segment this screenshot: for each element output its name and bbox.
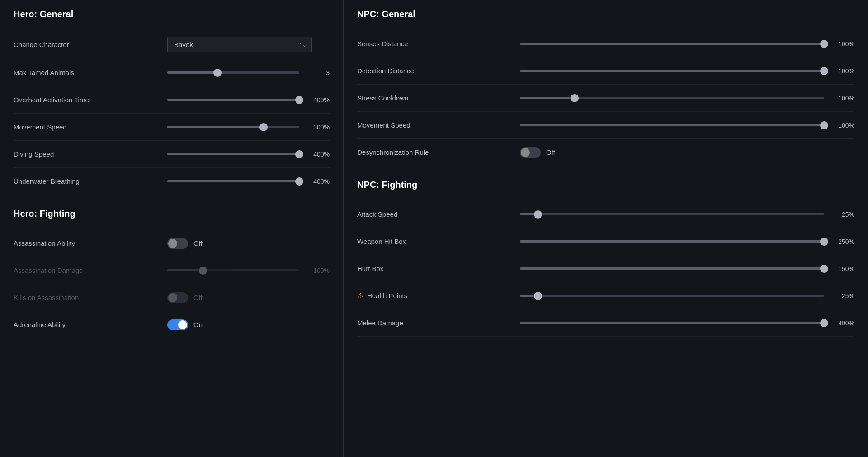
- toggle-adrenaline-ability[interactable]: [167, 319, 188, 330]
- dropdown-wrapper-change-character[interactable]: Bayek Aya: [167, 37, 312, 52]
- slider-value-diving-speed: 400%: [305, 151, 330, 158]
- toggle-container-adrenaline-ability: On: [167, 319, 203, 330]
- slider-stress-cooldown[interactable]: 100%: [520, 95, 854, 102]
- slider-value-melee-damage: 400%: [830, 319, 854, 327]
- label-underwater-breathing: Underwater Breathing: [14, 177, 167, 185]
- slider-track-attack-speed[interactable]: [520, 213, 824, 215]
- slider-attack-speed[interactable]: 25%: [520, 211, 854, 218]
- slider-value-hurt-box: 150%: [830, 265, 854, 272]
- control-underwater-breathing: 400%: [167, 178, 330, 185]
- npc-control-melee-damage: 400%: [520, 319, 854, 327]
- slider-hurt-box[interactable]: 150%: [520, 265, 854, 272]
- slider-fill-hurt-box: [520, 267, 824, 270]
- slider-thumb-weapon-hit-box[interactable]: [820, 238, 828, 246]
- npc-setting-row-weapon-hit-box: Weapon Hit Box 250%: [357, 228, 854, 255]
- slider-track-movement-speed[interactable]: [167, 126, 299, 128]
- slider-thumb-stress-cooldown[interactable]: [571, 94, 579, 102]
- npc-general-title: NPC: General: [357, 9, 854, 22]
- control-overheat-activation-timer: 400%: [167, 96, 330, 104]
- slider-underwater-breathing[interactable]: 400%: [167, 178, 330, 185]
- control-adrenaline-ability: On: [167, 319, 330, 330]
- slider-senses-distance[interactable]: 100%: [520, 40, 854, 48]
- slider-fill-melee-damage: [520, 322, 824, 324]
- toggle-knob-adrenaline-ability: [178, 320, 187, 329]
- npc-setting-row-health-points: ⚠ Health Points 25%: [357, 282, 854, 309]
- slider-fill-assassination-damage: [167, 269, 203, 271]
- slider-thumb-attack-speed[interactable]: [534, 210, 542, 219]
- toggle-container-desynchronization-rule: Off: [520, 147, 555, 158]
- slider-thumb-npc-movement-speed[interactable]: [820, 121, 828, 129]
- setting-row-diving-speed: Diving Speed 400%: [14, 141, 330, 168]
- slider-thumb-diving-speed[interactable]: [295, 150, 303, 158]
- change-character-dropdown[interactable]: Bayek Aya: [167, 37, 312, 52]
- npc-label-health-points: ⚠ Health Points: [357, 291, 520, 300]
- label-movement-speed: Movement Speed: [14, 123, 167, 131]
- npc-label-weapon-hit-box: Weapon Hit Box: [357, 238, 520, 245]
- npc-label-senses-distance: Senses Distance: [357, 40, 520, 48]
- left-panel: Hero: General Change Character Bayek Aya…: [0, 0, 344, 457]
- slider-fill-npc-movement-speed: [520, 124, 824, 126]
- npc-control-health-points: 25%: [520, 292, 854, 300]
- setting-row-adrenaline-ability: Adrenaline Ability On: [14, 311, 330, 338]
- slider-thumb-senses-distance[interactable]: [820, 40, 828, 48]
- slider-track-hurt-box[interactable]: [520, 267, 824, 270]
- warning-icon-health-points: ⚠: [357, 291, 363, 300]
- slider-value-senses-distance: 100%: [830, 40, 854, 48]
- slider-track-melee-damage[interactable]: [520, 322, 824, 324]
- slider-overheat-activation-timer[interactable]: 400%: [167, 96, 330, 104]
- slider-value-movement-speed: 300%: [305, 124, 330, 131]
- slider-track-health-points[interactable]: [520, 295, 824, 297]
- slider-track-underwater-breathing[interactable]: [167, 180, 299, 182]
- slider-thumb-melee-damage[interactable]: [820, 319, 828, 327]
- slider-fill-max-tamed-animals: [167, 71, 217, 74]
- setting-row-underwater-breathing: Underwater Breathing 400%: [14, 168, 330, 195]
- slider-melee-damage[interactable]: 400%: [520, 319, 854, 327]
- npc-setting-row-hurt-box: Hurt Box 150%: [357, 255, 854, 282]
- slider-npc-movement-speed[interactable]: 100%: [520, 122, 854, 129]
- slider-health-points[interactable]: 25%: [520, 292, 854, 300]
- npc-setting-row-npc-movement-speed: Movement Speed 100%: [357, 112, 854, 139]
- label-change-character: Change Character: [14, 41, 167, 48]
- slider-track-weapon-hit-box[interactable]: [520, 240, 824, 243]
- slider-thumb-movement-speed[interactable]: [259, 123, 268, 131]
- slider-track-detection-distance[interactable]: [520, 70, 824, 72]
- slider-thumb-hurt-box[interactable]: [820, 265, 828, 273]
- slider-thumb-detection-distance[interactable]: [820, 67, 828, 75]
- toggle-knob-assassination-ability: [168, 239, 177, 248]
- slider-value-assassination-damage: 100%: [305, 267, 330, 274]
- right-panel: NPC: General Senses Distance 100% Detect…: [344, 0, 868, 457]
- toggle-label-kills-on-assassination: Off: [193, 294, 203, 301]
- slider-diving-speed[interactable]: 400%: [167, 151, 330, 158]
- slider-track-diving-speed[interactable]: [167, 153, 299, 155]
- slider-track-senses-distance[interactable]: [520, 43, 824, 45]
- toggle-assassination-ability[interactable]: [167, 238, 188, 249]
- slider-thumb-health-points[interactable]: [534, 292, 542, 300]
- label-kills-on-assassination: Kills on Assassination: [14, 294, 167, 301]
- slider-value-attack-speed: 25%: [830, 211, 854, 218]
- slider-thumb-max-tamed-animals[interactable]: [213, 69, 222, 77]
- slider-max-tamed-animals[interactable]: 3: [167, 69, 330, 76]
- slider-thumb-assassination-damage: [199, 267, 207, 275]
- control-assassination-damage: 100%: [167, 267, 330, 274]
- npc-label-melee-damage: Melee Damage: [357, 319, 520, 327]
- slider-track-overheat[interactable]: [167, 99, 299, 101]
- toggle-desynchronization-rule[interactable]: [520, 147, 541, 158]
- slider-thumb-overheat[interactable]: [295, 96, 303, 104]
- slider-track-max-tamed-animals[interactable]: [167, 71, 299, 74]
- toggle-container-kills-on-assassination: Off: [167, 292, 203, 303]
- slider-track-npc-movement-speed[interactable]: [520, 124, 824, 126]
- slider-fill-diving-speed: [167, 153, 299, 155]
- npc-label-stress-cooldown: Stress Cooldown: [357, 94, 520, 102]
- slider-movement-speed[interactable]: 300%: [167, 124, 330, 131]
- slider-assassination-damage: 100%: [167, 267, 330, 274]
- slider-detection-distance[interactable]: 100%: [520, 67, 854, 75]
- npc-setting-row-senses-distance: Senses Distance 100%: [357, 30, 854, 57]
- setting-row-overheat-activation-timer: Overheat Activation Timer 400%: [14, 86, 330, 114]
- slider-track-stress-cooldown[interactable]: [520, 97, 824, 99]
- npc-setting-row-detection-distance: Detection Distance 100%: [357, 57, 854, 85]
- npc-label-hurt-box: Hurt Box: [357, 265, 520, 272]
- slider-weapon-hit-box[interactable]: 250%: [520, 238, 854, 245]
- control-max-tamed-animals: 3: [167, 69, 330, 76]
- slider-fill-stress-cooldown: [520, 97, 575, 99]
- slider-thumb-underwater-breathing[interactable]: [295, 177, 303, 186]
